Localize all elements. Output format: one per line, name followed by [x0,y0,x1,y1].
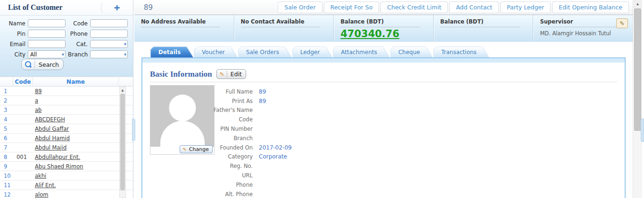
summary-section: Supervisor MD. Alamgir Hossain Tutul ✎ [533,15,633,41]
overlay-scroll-thumb-left[interactable] [132,119,135,141]
customer-link[interactable]: Abdullahpur Ent. [33,154,119,160]
row-number: 4 [0,116,13,123]
action-button[interactable]: Check Credit Limit [380,1,448,13]
table-row[interactable]: 2 a [0,96,133,105]
search-button[interactable]: Search [21,59,64,70]
tab[interactable]: Cheque [391,47,432,57]
overlay-scroll-thumb-right[interactable] [641,119,644,142]
chevron-down-icon: ▾ [124,52,126,57]
summary-value: MD. Alamgir Hossain Tutul [540,30,626,37]
row-number: 1 [0,88,13,95]
table-row[interactable]: 12 alom [0,190,133,198]
tab[interactable]: Sale Orders [239,47,291,57]
field-label: Branch [68,51,88,58]
list-scrollbar-thumb[interactable] [120,94,125,190]
field-input[interactable] [28,19,66,27]
summary-bar: No Address Available ✎ No Contact Availa… [134,15,633,42]
action-button-label: Receipt For So [330,4,373,11]
action-button[interactable]: Sale Order [278,1,322,13]
panel-title: List of Customer [8,3,63,12]
tab[interactable]: Attachments [333,47,389,57]
field-label: Category [142,153,253,160]
summary-label: No Contact Available [241,18,327,25]
details-panel: Basic Information ✎ Edit ✎ Change Full N… [141,57,626,198]
table-row[interactable]: 7 Abdul Majid [0,143,133,152]
action-button[interactable]: Edit Opening Balance [552,1,629,13]
customer-link[interactable]: akhi [33,173,119,179]
action-buttons: Sale OrderReceipt For SoCheck Credit Lim… [276,1,629,13]
section-title: Basic Information [150,70,212,79]
customer-detail-area: 89 Sale OrderReceipt For SoCheck Credit … [134,0,633,198]
action-button-label: Sale Order [284,4,315,11]
field-label: Email [3,41,25,48]
basic-info-fields: Full Name 89 Print As 89 Father's Name C… [142,87,444,198]
edit-supervisor-button[interactable]: ✎ [616,18,628,28]
field-label: Pin [3,31,25,37]
action-button[interactable]: Add Contact [449,1,499,13]
tab[interactable]: Voucher [194,47,237,57]
field-input[interactable] [28,40,66,48]
customer-table-header: Code Name [0,77,133,87]
customer-link[interactable]: alom [33,191,119,198]
table-row[interactable]: 4 ABCDEFGH [0,115,133,124]
field-label: Phone [142,182,253,188]
table-row[interactable]: 10 akhi [0,171,133,181]
summary-label: Supervisor [540,18,626,25]
field-select[interactable]: All ▾ [28,50,66,58]
table-row[interactable]: 8 001 Abdullahpur Ent. [0,152,133,162]
customer-link[interactable]: a [33,97,119,104]
summary-section: No Address Available ✎ [134,15,234,41]
tab[interactable]: Details [151,47,193,57]
search-button-label: Search [39,61,59,68]
customer-link[interactable]: Abu Shaed Rimon [33,163,119,170]
field-label: City [3,51,25,58]
field-input[interactable] [90,30,128,38]
table-row[interactable]: 1 89 [0,87,133,96]
search-field: Branch ▾ [68,50,132,59]
search-fields-grid: Name ▾ Code ▾ Pin [3,19,130,59]
action-button[interactable]: Party Ledger [500,1,551,13]
action-button-label: Add Contact [456,4,492,11]
customer-link[interactable]: Abdul Gaffar [33,126,119,132]
info-field-row: Full Name 89 [142,87,444,96]
basic-info-header: Basic Information ✎ Edit [150,69,625,79]
customer-link[interactable]: Alif Ent. [33,182,119,189]
info-field-row: Founded On 2017-02-09 [142,143,444,152]
select-value: All [30,51,37,58]
table-row[interactable]: 3 ab [0,105,133,115]
customer-link[interactable]: ABCDEFGH [33,116,119,123]
pencil-icon: ✎ [619,21,624,26]
row-number: 8 [0,154,13,160]
header-name-column[interactable]: Name [33,77,119,86]
customer-link[interactable]: Abdul Majid [33,144,119,151]
customer-list-panel: List of Customer ✚ Name ▾ Code [0,0,133,198]
tab[interactable]: Transactions [434,47,489,57]
info-field-row: Print As 89 [142,96,444,106]
scroll-up-button[interactable]: ▲ [633,0,642,8]
customer-link[interactable]: Abdul Hamid [33,135,119,142]
customer-link[interactable]: 89 [33,88,119,95]
field-label: Branch [142,135,253,142]
page-scrollbar-thumb[interactable] [634,8,641,131]
scroll-up-icon[interactable]: ▲ [120,87,125,93]
action-button[interactable]: Receipt For So [324,1,380,13]
header-code-column[interactable]: Code [13,77,33,86]
page-scrollbar[interactable]: ▲ [633,0,642,198]
add-customer-button[interactable]: ✚ [107,1,127,14]
field-label: Phone [68,31,88,37]
info-field-row: Branch [142,134,444,143]
table-row[interactable]: 9 Abu Shaed Rimon [0,162,133,171]
field-input[interactable] [90,19,128,27]
tab-label: Details [158,49,181,55]
summary-underline [540,27,619,27]
field-select[interactable]: ▾ [90,50,128,58]
field-select[interactable]: ▾ [90,40,128,48]
table-row[interactable]: 5 Abdul Gaffar [0,124,133,134]
tab[interactable]: Ledger [293,47,332,57]
customer-link[interactable]: ab [33,107,119,113]
table-row[interactable]: 6 Abdul Hamid [0,134,133,143]
list-scrollbar[interactable]: ▲ [119,87,126,198]
table-row[interactable]: 11 Alif Ent. [0,181,133,190]
edit-button[interactable]: ✎ Edit [216,69,246,79]
field-input[interactable] [28,30,66,38]
